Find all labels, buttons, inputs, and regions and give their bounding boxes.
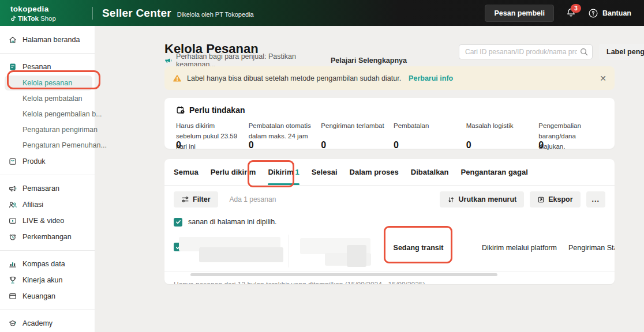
result-count: Ada 1 pesanan xyxy=(230,195,276,203)
tab-label: Selesai xyxy=(312,168,338,176)
tab-dibatalkan[interactable]: Dibatalkan xyxy=(411,159,449,185)
tab-label: Pengantaran gagal xyxy=(461,168,528,176)
stat-value: 0 xyxy=(394,140,458,150)
sidebar-item-academy[interactable]: Academy xyxy=(0,315,95,331)
sidebar-item-label: Afiliasi xyxy=(23,201,43,209)
sidebar-item-label: Perkembangan xyxy=(23,233,72,241)
people-icon xyxy=(8,200,17,209)
stat-label: Pembatalan xyxy=(394,121,458,140)
banner-text: Label hanya bisa dibuat setelah metode p… xyxy=(187,74,401,82)
sidebar-item-label: Kompas data xyxy=(23,260,65,268)
tab-pengantaran-gagal[interactable]: Pengantaran gagal xyxy=(461,159,528,185)
sidebar-item-label: LIVE & video xyxy=(23,217,64,225)
stat-label: Pengembalian barang/dana diajukan. xyxy=(538,121,603,140)
app-subtitle: Dikelola oleh PT Tokopedia xyxy=(177,11,254,18)
selection-row: sanan di halaman ini dipilih. xyxy=(164,213,615,232)
column-divider xyxy=(289,235,289,267)
filter-row: Filter Ada 1 pesanan Urutkan menurut Eks… xyxy=(164,186,615,213)
stat-pengembalian: Pengembalian barang/dana diajukan. 0 xyxy=(538,121,603,150)
sidebar-item-label: Pemasaran xyxy=(23,184,59,193)
learn-more-link[interactable]: Pelajari Selengkapnya xyxy=(331,56,407,65)
sidebar-item-kinerja-akun[interactable]: Kinerja akun xyxy=(0,272,95,288)
sidebar-divider xyxy=(0,250,95,251)
search-input[interactable] xyxy=(459,44,593,59)
filter-button[interactable]: Filter xyxy=(174,191,218,207)
list-more-button[interactable]: ... xyxy=(586,191,605,207)
stat-pembatalan: Pembatalan 0 xyxy=(394,121,458,150)
main-content: Kelola Pesanan Perhatian bagi para penju… xyxy=(95,26,644,332)
stat-masalah-logistik: Masalah logistik 0 xyxy=(466,121,531,150)
redacted-order-info xyxy=(199,247,283,262)
sidebar-item-perkembangan[interactable]: Perkembangan xyxy=(0,229,95,245)
sidebar-item-kompas-data[interactable]: Kompas data xyxy=(0,256,95,272)
tab-dalam-proses[interactable]: Dalam proses xyxy=(350,159,399,185)
notification-badge: 3 xyxy=(571,4,581,13)
sidebar-item-label: Academy xyxy=(23,319,53,327)
product-box-icon xyxy=(8,157,17,166)
sort-label: Urutkan menurut xyxy=(458,195,516,203)
sidebar-item-label: Keuangan xyxy=(23,292,55,300)
graduation-cap-icon xyxy=(8,319,17,328)
sidebar-item-afiliasi[interactable]: Afiliasi xyxy=(0,197,95,213)
sidebar-item-label: Kelola pesanan xyxy=(23,79,72,87)
shipping-label-button[interactable]: Label pengiriman xyxy=(599,44,644,60)
stat-label: Harus dikirim sebelum pukul 23.59 hari i… xyxy=(176,121,241,140)
top-bar: tokopedia TikTok Shop Seller Center Dike… xyxy=(0,0,644,26)
sidebar-item-label: Halaman beranda xyxy=(23,36,80,44)
tab-selesai[interactable]: Selesai xyxy=(312,159,338,185)
sidebar-item-kelola-pengembalian[interactable]: Kelola pengembalian b... xyxy=(0,107,95,122)
help-button[interactable]: Bantuan xyxy=(588,8,631,18)
shipping-method: Dikirim melalui platform xyxy=(477,244,561,252)
sidebar-item-live-video[interactable]: LIVE & video xyxy=(0,213,95,229)
sidebar-divider xyxy=(0,53,95,54)
warning-banner: Label hanya bisa dibuat setelah metode p… xyxy=(164,66,615,90)
order-tabs: Semua Perlu dikirim Dikirim 1 Selesai Da… xyxy=(164,159,615,186)
action-needed-card: Perlu tindakan Harus dikirim sebelum puk… xyxy=(164,98,615,149)
trophy-icon xyxy=(8,276,17,285)
megaphone-icon xyxy=(8,184,17,193)
tiktok-shop-logo: TikTok Shop xyxy=(10,15,90,22)
shipping-option: Pengiriman Sta xyxy=(568,244,615,252)
sidebar-item-label: Pengaturan pengiriman xyxy=(23,126,98,134)
export-label: Ekspor xyxy=(548,195,572,203)
sort-icon xyxy=(447,196,455,203)
tab-perlu-dikirim[interactable]: Perlu dikirim xyxy=(211,159,256,185)
sort-button[interactable]: Urutkan menurut xyxy=(440,191,524,207)
sidebar-divider xyxy=(0,175,95,175)
export-button[interactable]: Ekspor xyxy=(530,191,580,207)
notifications-button[interactable]: 3 xyxy=(566,7,576,18)
sidebar-item-kelola-pesanan[interactable]: Kelola pesanan xyxy=(5,76,92,90)
calendar-clock-icon xyxy=(176,105,185,115)
tab-label: Perlu dikirim xyxy=(211,168,256,176)
select-all-checkbox[interactable] xyxy=(174,218,182,227)
home-icon xyxy=(8,35,17,44)
sidebar-item-pengaturan-pemenuhan[interactable]: Pengaturan Pemenuhan... xyxy=(0,138,95,153)
stat-harus-dikirim: Harus dikirim sebelum pukul 23.59 hari i… xyxy=(176,121,241,150)
sidebar-item-kelola-pembatalan[interactable]: Kelola pembatalan xyxy=(0,91,95,106)
check-icon xyxy=(175,219,181,225)
stat-label: Pengiriman terlambat xyxy=(321,121,385,140)
sidebar-item-label: Pesanan xyxy=(23,63,51,71)
sidebar-item-keuangan[interactable]: Keuangan xyxy=(0,288,95,304)
alarm-clock-icon xyxy=(8,232,17,242)
music-note-icon xyxy=(10,15,16,21)
tab-semua[interactable]: Semua xyxy=(174,159,199,185)
sidebar-item-pemasaran[interactable]: Pemasaran xyxy=(0,180,95,197)
question-mark-icon xyxy=(588,8,598,18)
buyer-messages-button[interactable]: Pesan pembeli xyxy=(485,5,554,22)
tab-label: Dalam proses xyxy=(350,168,399,176)
filter-label: Filter xyxy=(193,195,211,203)
sidebar-item-label: Pengaturan Pemenuhan... xyxy=(23,141,107,149)
sidebar-item-produk[interactable]: Produk xyxy=(0,153,95,169)
order-row[interactable]: Sedang transit Dikirim melalui platform … xyxy=(164,232,615,271)
sidebar-item-label: Kinerja akun xyxy=(23,276,63,284)
filter-icon xyxy=(181,195,189,203)
close-icon[interactable]: ✕ xyxy=(600,74,606,82)
tab-dikirim[interactable]: Dikirim 1 xyxy=(268,159,299,185)
sidebar-item-pesanan[interactable]: Pesanan xyxy=(0,59,95,75)
update-info-link[interactable]: Perbarui info xyxy=(409,74,453,82)
sidebar-item-halaman-beranda[interactable]: Halaman beranda xyxy=(0,32,95,48)
app-title: Seller Center xyxy=(102,7,171,20)
export-icon xyxy=(537,196,545,203)
sidebar-item-pengaturan-pengiriman[interactable]: Pengaturan pengiriman xyxy=(0,122,95,137)
